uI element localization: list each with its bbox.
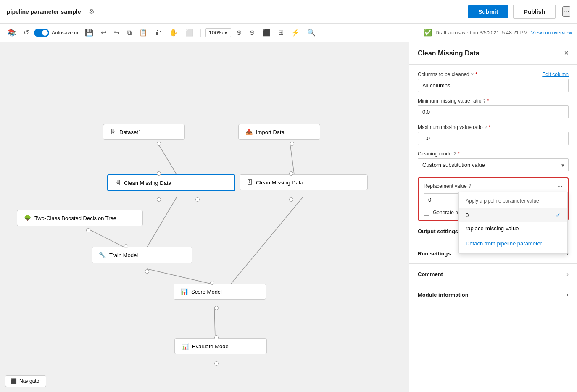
lightning-icon[interactable]: ⚡ <box>289 27 302 38</box>
status-check-icon: ✅ <box>424 29 432 37</box>
min-ratio-help-icon[interactable]: ? <box>483 98 485 103</box>
replacement-help-icon[interactable]: ? <box>469 183 472 189</box>
connector-clean2-in[interactable] <box>289 171 293 176</box>
node-decision-tree[interactable]: 🌳 Two-Class Boosted Decision Tree <box>17 210 143 226</box>
refresh-icon[interactable]: ↺ <box>21 27 32 38</box>
cleaning-mode-select-wrap: Custom substitution value ▾ <box>418 158 569 171</box>
navigator-label: Navigator <box>19 378 41 384</box>
submit-button[interactable]: Submit <box>468 5 508 18</box>
svg-line-6 <box>214 307 215 338</box>
node-label: Dataset1 <box>119 129 141 135</box>
library-icon[interactable]: 📚 <box>5 27 18 38</box>
node-label: Clean Missing Data <box>124 180 171 186</box>
connector-clean1-out-left[interactable] <box>157 197 161 202</box>
connector-train-in[interactable] <box>124 244 128 248</box>
view-run-link[interactable]: View run overview <box>531 30 572 36</box>
node-score-model[interactable]: 📊 Score Model <box>174 284 266 300</box>
zoom-out-icon[interactable]: ⊖ <box>247 27 257 38</box>
connector-clean1-out-right[interactable] <box>195 197 200 202</box>
navigator-button[interactable]: ⬛ Navigator <box>5 375 46 387</box>
dropdown-header-text: Apply a pipeline parameter value <box>466 198 539 204</box>
node-train-model[interactable]: 🔧 Train Model <box>92 247 192 263</box>
connector-clean1-in[interactable] <box>157 171 161 176</box>
node-clean-missing-2[interactable]: 🗄 Clean Missing Data <box>240 174 368 190</box>
max-ratio-label-text: Maximum missing value ratio <box>418 124 483 130</box>
option-0-label: 0 <box>466 212 469 218</box>
autosave-toggle[interactable] <box>34 29 49 37</box>
toolbar-separator <box>200 29 201 37</box>
module-info-label: Module information <box>418 292 469 298</box>
grid-icon[interactable]: ⊞ <box>276 27 286 38</box>
connector-score-in[interactable] <box>210 281 214 285</box>
right-panel: Clean Missing Data × Columns to be clean… <box>409 42 577 392</box>
save-icon[interactable]: 💾 <box>82 27 96 38</box>
columns-help-icon[interactable]: ? <box>471 72 474 77</box>
connector-evaluate-in[interactable] <box>214 335 219 339</box>
cleaning-mode-help-icon[interactable]: ? <box>453 151 456 156</box>
min-ratio-input[interactable] <box>418 105 569 118</box>
max-ratio-label: Maximum missing value ratio ? * <box>418 124 569 130</box>
dropdown-option-0[interactable]: 0 ✓ <box>459 208 567 222</box>
connector-tree-out[interactable] <box>86 228 90 232</box>
pipeline-canvas[interactable]: 🗄 Dataset1 📥 Import Data 🗄 Clean Missing… <box>0 42 409 392</box>
detach-link[interactable]: Detach from pipeline parameter <box>459 237 567 250</box>
header: pipeline parameter sample ⚙ Submit Publi… <box>0 0 577 24</box>
dropdown-option-replace[interactable]: raplace-missing-value <box>459 222 567 235</box>
import-icon: 📥 <box>245 129 253 135</box>
header-more-button[interactable]: ··· <box>562 6 570 17</box>
gear-button[interactable]: ⚙ <box>86 6 97 17</box>
node-evaluate-model[interactable]: 📊 Evaluate Model <box>174 338 267 354</box>
paste-icon[interactable]: 📋 <box>137 27 150 38</box>
generate-checkbox[interactable] <box>424 210 429 216</box>
undo-icon[interactable]: ↩ <box>98 27 109 38</box>
copy-icon[interactable]: ⧉ <box>124 27 134 38</box>
comment-accordion[interactable]: Comment › <box>409 263 577 284</box>
comment-chevron: › <box>566 271 569 277</box>
columns-value: All columns <box>418 79 569 92</box>
pipeline-param-dropdown: Apply a pipeline parameter value 0 ✓ rap… <box>458 192 568 254</box>
min-ratio-field-group: Minimum missing value ratio ? * <box>418 98 569 118</box>
connector-score-out[interactable] <box>214 306 219 310</box>
max-ratio-help-icon[interactable]: ? <box>485 125 487 130</box>
panel-body: Columns to be cleaned ? * Edit column Al… <box>409 65 577 243</box>
node-clean-missing-1[interactable]: 🗄 Clean Missing Data <box>107 174 235 191</box>
delete-icon[interactable]: 🗑 <box>153 27 164 38</box>
redo-icon[interactable]: ↪ <box>111 27 122 38</box>
connector-evaluate-out[interactable] <box>214 361 219 366</box>
zoom-chevron: ▾ <box>224 29 227 36</box>
zoom-in-icon[interactable]: ⊕ <box>234 27 244 38</box>
max-ratio-input[interactable] <box>418 132 569 145</box>
cleaning-mode-select[interactable]: Custom substitution value <box>418 158 569 171</box>
clean-icon-1: 🗄 <box>115 179 121 186</box>
fit-screen-icon[interactable]: ⬛ <box>260 27 273 38</box>
score-icon: 📊 <box>181 288 188 295</box>
edit-column-link[interactable]: Edit column <box>542 71 569 77</box>
replacement-header: Replacement value ? ··· <box>424 182 563 190</box>
panel-close-button[interactable]: × <box>564 49 569 58</box>
connector-import-out[interactable] <box>290 142 294 146</box>
zoom-control[interactable]: 100% ▾ <box>205 28 231 37</box>
columns-field-group: Columns to be cleaned ? * Edit column Al… <box>418 71 569 92</box>
replacement-more-button[interactable]: ··· <box>557 182 563 190</box>
min-ratio-required: * <box>487 98 490 104</box>
connector-dataset1-out[interactable] <box>157 142 161 146</box>
option-0-check: ✓ <box>556 212 561 218</box>
panel-title: Clean Missing Data <box>418 50 480 57</box>
module-info-accordion[interactable]: Module information › <box>409 284 577 305</box>
layout-icon[interactable]: ⬜ <box>183 27 196 38</box>
publish-button[interactable]: Publish <box>513 5 556 19</box>
node-label: Import Data <box>256 129 285 135</box>
hand-icon[interactable]: ✋ <box>167 27 180 38</box>
connector-clean2-out[interactable] <box>289 197 293 202</box>
replacement-label-text: Replacement value <box>424 183 467 189</box>
node-import-data[interactable]: 📥 Import Data <box>238 124 320 140</box>
option-replace-label: raplace-missing-value <box>466 225 519 232</box>
max-ratio-required: * <box>489 124 491 130</box>
dropdown-header: Apply a pipeline parameter value <box>459 195 567 208</box>
svg-line-2 <box>147 197 177 247</box>
search-icon[interactable]: 🔍 <box>305 27 318 38</box>
node-label: Evaluate Model <box>192 343 230 350</box>
max-ratio-field-group: Maximum missing value ratio ? * <box>418 124 569 145</box>
node-dataset1[interactable]: 🗄 Dataset1 <box>103 124 185 140</box>
connector-train-out[interactable] <box>145 269 149 274</box>
